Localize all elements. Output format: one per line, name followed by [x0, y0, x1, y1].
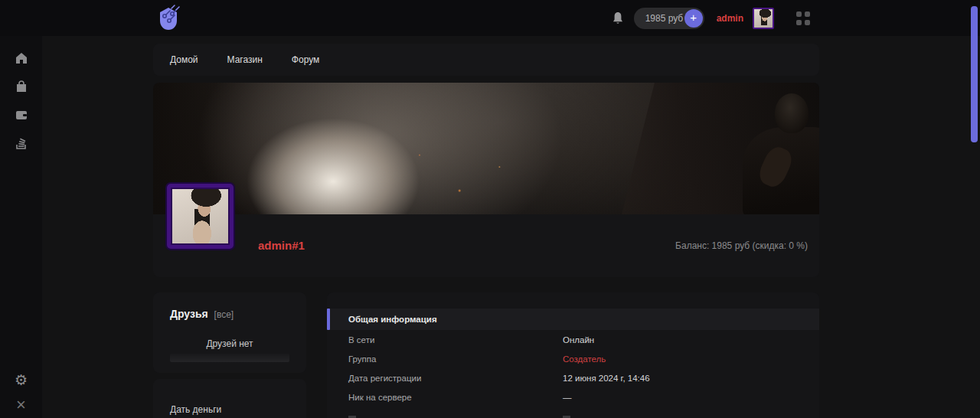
- shop-bag-icon[interactable]: [15, 80, 28, 93]
- topup-plus-button[interactable]: +: [684, 9, 703, 28]
- profile-username: admin#1: [258, 239, 305, 252]
- logout-close-icon[interactable]: ×: [16, 397, 26, 413]
- info-row-group: Группа Создатель: [327, 349, 819, 368]
- page: 1985 руб + admin: [0, 0, 980, 418]
- friends-empty-text: Друзей нет: [170, 338, 289, 349]
- wallet-icon[interactable]: [15, 108, 28, 122]
- rail-bottom-icons: ⚙ ×: [0, 373, 42, 413]
- balance-amount: 1985 руб: [645, 13, 684, 24]
- general-info-header: Общая информация: [327, 309, 819, 330]
- rail-top-icons: [0, 51, 42, 150]
- friends-all-link[interactable]: [все]: [214, 309, 234, 320]
- topbar-inner: 1985 руб + admin: [153, 0, 819, 36]
- left-rail: ⚙ ×: [0, 36, 42, 418]
- friends-title: Друзья: [170, 308, 208, 320]
- apps-grid-icon[interactable]: [796, 11, 810, 25]
- friends-bar: [170, 354, 289, 362]
- topbar-avatar[interactable]: [753, 8, 774, 29]
- balance-pill[interactable]: 1985 руб +: [634, 8, 704, 29]
- home-icon[interactable]: [15, 51, 28, 65]
- general-info-rows: В сети Онлайн Группа Создатель Дата реги…: [327, 330, 819, 407]
- friends-card: Друзья [все] Друзей нет: [153, 292, 306, 373]
- forum-stack-icon[interactable]: [15, 136, 28, 150]
- username-link[interactable]: admin: [717, 13, 743, 24]
- settings-gear-icon[interactable]: ⚙: [15, 373, 28, 387]
- notifications-bell-icon[interactable]: [612, 11, 624, 25]
- give-money-label[interactable]: Дать деньги: [170, 404, 221, 415]
- profile-banner-image: [153, 83, 819, 214]
- topbar-right-cluster: 1985 руб + admin: [612, 8, 810, 29]
- general-info-title: Общая информация: [348, 315, 437, 324]
- general-info-card: Общая информация В сети Онлайн Группа Со…: [327, 292, 819, 418]
- info-row-registration-date: Дата регистрации 12 июня 2024 г, 14:46: [327, 368, 819, 387]
- info-row-server-nick: Ник на сервере —: [327, 387, 819, 407]
- topbar: 1985 руб + admin: [0, 0, 980, 36]
- profile-card: admin#1 Баланс: 1985 руб (скидка: 0 %): [153, 83, 819, 277]
- nav-tab-shop[interactable]: Магазин: [227, 54, 263, 65]
- give-money-card: Дать деньги: [153, 379, 306, 418]
- nav-tab-home[interactable]: Домой: [170, 54, 198, 65]
- profile-avatar[interactable]: [167, 184, 234, 249]
- page-scrollbar[interactable]: [971, 6, 978, 142]
- site-logo-icon[interactable]: [156, 5, 181, 32]
- nav-tab-forum[interactable]: Форум: [292, 54, 319, 65]
- profile-balance-line: Баланс: 1985 руб (скидка: 0 %): [675, 240, 808, 251]
- nav-card: Домой Магазин Форум: [153, 44, 819, 76]
- info-row-online: В сети Онлайн: [327, 330, 819, 349]
- header-accent-bar: [327, 309, 330, 330]
